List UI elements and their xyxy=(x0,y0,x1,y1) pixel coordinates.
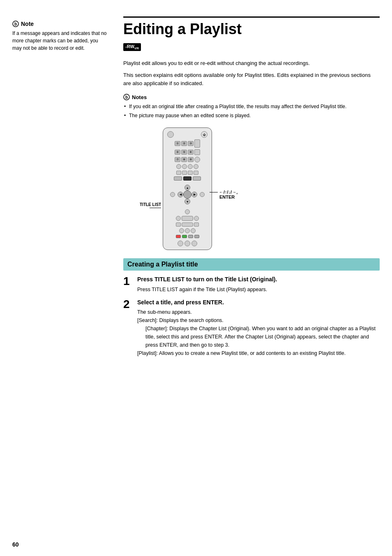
section-title: Creating a Playlist title xyxy=(123,258,380,271)
step-2-title: Select a title, and press ENTER. xyxy=(137,299,380,307)
title-list-label: TITLE LIST xyxy=(140,202,161,207)
notes-label: Notes xyxy=(132,94,147,100)
step-1: 1 Press TITLE LIST to turn on the Title … xyxy=(123,276,380,294)
page-title: Editing a Playlist xyxy=(123,16,380,37)
svg-text:b: b xyxy=(14,22,17,26)
notes-heading: b Notes xyxy=(123,94,380,100)
note-text: If a message appears and indicates that … xyxy=(12,30,107,52)
step-1-body: Press TITLE LIST again if the Title List… xyxy=(137,285,380,294)
step-1-title: Press TITLE LIST to turn on the Title Li… xyxy=(137,276,380,284)
note-item-2: The picture may pause when an edited sce… xyxy=(123,112,380,119)
intro-text-2: This section explains edit options avail… xyxy=(123,71,380,88)
format-badge: -RWVR xyxy=(123,43,141,51)
step-2-number: 2 xyxy=(123,299,133,310)
step-2: 2 Select a title, and press ENTER. The s… xyxy=(123,299,380,358)
step-2-body-line-3: [Playlist]: Allows you to create a new P… xyxy=(137,349,380,357)
step-2-body-line-2: [Chapter]: Displays the Chapter List (Or… xyxy=(145,324,380,349)
enter-label: ←/↑/↓/→, ENTER xyxy=(210,190,238,199)
note-item-1: If you edit an original title after crea… xyxy=(123,103,380,110)
intro-text-1: Playlist edit allows you to edit or re-e… xyxy=(123,59,380,68)
remote-body: ⏻ ① ② ③ ④ ⑤ ⑥ ⑦ xyxy=(163,127,212,250)
step-1-number: 1 xyxy=(123,276,133,287)
nav-cross-row: ▲ ◀ ▶ ▼ ←/↑/↓/→, ENTER xyxy=(170,182,205,207)
svg-text:b: b xyxy=(125,95,128,100)
note-label: Note xyxy=(21,21,34,27)
page-number: 60 xyxy=(12,541,19,548)
remote-diagram: TITLE LIST ⏻ ① ② ③ xyxy=(140,127,380,250)
note-heading: b Note xyxy=(12,21,107,27)
step-2-body-line-0: The sub-menu appears. xyxy=(137,308,380,316)
notes-list: If you edit an original title after crea… xyxy=(123,103,380,119)
step-2-body-line-1: [Search]: Displays the search options. xyxy=(137,316,380,324)
